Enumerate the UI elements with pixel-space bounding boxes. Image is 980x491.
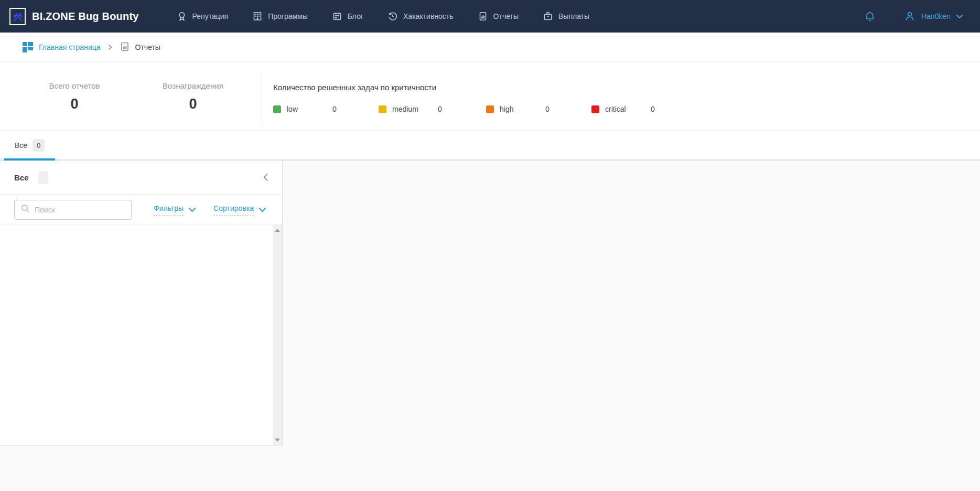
severity-label: medium bbox=[392, 105, 418, 113]
top-navbar: BI.ZONE Bug Bounty Репутация bbox=[0, 0, 980, 33]
severity-value: 0 bbox=[651, 105, 655, 113]
severity-high-swatch bbox=[486, 105, 494, 113]
stat-rewards: Вознаграждения 0 bbox=[138, 81, 248, 112]
username: Han0ken bbox=[921, 12, 951, 20]
user-menu[interactable]: Han0ken bbox=[903, 10, 963, 23]
severity-critical-swatch bbox=[591, 105, 599, 113]
chevron-down-icon bbox=[188, 205, 196, 215]
nav-item-label: Хакактивность bbox=[403, 12, 454, 20]
panel-toolbar: Фильтры Сортировка bbox=[0, 195, 282, 225]
programs-building-icon bbox=[252, 11, 263, 22]
scroll-up-arrow-icon[interactable] bbox=[275, 229, 280, 232]
reports-list-empty bbox=[0, 225, 282, 445]
chevron-down-icon bbox=[956, 14, 963, 19]
stats-summary: Всего отчетов 0 Вознаграждения 0 Количес… bbox=[0, 62, 980, 131]
nav-item-label: Выплаты bbox=[558, 12, 589, 20]
severity-item-low: low 0 bbox=[273, 104, 381, 115]
stat-label: Всего отчетов bbox=[19, 81, 130, 90]
bizone-bug-logo-icon bbox=[9, 8, 26, 25]
dashboard-grid-icon bbox=[23, 42, 33, 52]
tab-all[interactable]: Все 0 bbox=[4, 131, 55, 159]
navbar-right: Han0ken bbox=[864, 10, 963, 23]
breadcrumb-home-link[interactable]: Главная страница bbox=[23, 42, 101, 52]
severity-label: high bbox=[500, 105, 513, 113]
severity-value: 0 bbox=[438, 105, 442, 113]
panel-count-badge bbox=[38, 171, 48, 184]
nav-item-label: Программы bbox=[268, 12, 308, 20]
sort-label: Сортировка bbox=[213, 204, 254, 216]
breadcrumb: Главная страница Отчеты bbox=[0, 33, 980, 62]
collapse-panel-button[interactable] bbox=[261, 171, 271, 184]
filters-label: Фильтры bbox=[154, 204, 184, 216]
stats-divider bbox=[261, 71, 261, 123]
brand-name: BI.ZONE Bug Bounty bbox=[32, 10, 139, 23]
panel-title: Все bbox=[14, 173, 29, 182]
tab-count-badge: 0 bbox=[33, 139, 45, 152]
severity-item-high: high 0 bbox=[486, 104, 594, 115]
brand-logo[interactable]: BI.ZONE Bug Bounty bbox=[9, 8, 139, 25]
reputation-medal-icon bbox=[177, 11, 187, 22]
severity-label: critical bbox=[605, 105, 626, 113]
severity-value: 0 bbox=[545, 105, 550, 113]
nav-item-label: Блог bbox=[348, 12, 363, 20]
nav-item-reputation[interactable]: Репутация bbox=[177, 11, 229, 22]
stat-value: 0 bbox=[138, 96, 248, 112]
breadcrumb-current-label: Отчеты bbox=[135, 43, 160, 51]
nav-item-label: Репутация bbox=[192, 12, 229, 20]
severity-medium-swatch bbox=[379, 105, 386, 113]
nav-item-programs[interactable]: Программы bbox=[252, 11, 308, 22]
payouts-briefcase-icon bbox=[543, 11, 553, 22]
breadcrumb-current: Отчеты bbox=[120, 41, 160, 54]
stat-total-reports: Всего отчетов 0 bbox=[19, 81, 130, 112]
nav-item-hackactivity[interactable]: Хакактивность bbox=[387, 11, 454, 22]
main-navigation: Репутация Программы bbox=[177, 11, 590, 22]
reports-document-icon bbox=[478, 11, 488, 22]
severity-item-medium: medium 0 bbox=[379, 104, 486, 115]
severity-title: Количество решенных задач по критичности bbox=[273, 83, 436, 92]
blog-news-icon bbox=[332, 11, 342, 22]
search-icon bbox=[21, 204, 30, 215]
user-avatar-icon bbox=[903, 10, 916, 23]
stat-label: Вознаграждения bbox=[138, 81, 248, 90]
nav-item-payouts[interactable]: Выплаты bbox=[543, 11, 589, 22]
filters-dropdown[interactable]: Фильтры bbox=[154, 204, 196, 216]
chevron-down-icon bbox=[259, 205, 266, 215]
nav-item-reports[interactable]: Отчеты bbox=[478, 11, 519, 22]
content-area: Все Фильтры bbox=[0, 161, 980, 491]
tab-label: Все bbox=[15, 141, 27, 150]
severity-value: 0 bbox=[332, 105, 337, 113]
notifications-bell-icon[interactable] bbox=[864, 10, 876, 23]
hackactivity-history-icon bbox=[387, 11, 398, 22]
vertical-scrollbar[interactable] bbox=[273, 225, 282, 445]
sort-dropdown[interactable]: Сортировка bbox=[213, 204, 266, 216]
severity-low-swatch bbox=[273, 105, 281, 113]
search-box[interactable] bbox=[14, 200, 132, 220]
report-chart-icon bbox=[120, 41, 130, 54]
reports-list-panel: Все Фильтры bbox=[0, 161, 283, 446]
breadcrumb-chevron-icon bbox=[108, 44, 112, 50]
breadcrumb-home-label: Главная страница bbox=[39, 43, 101, 51]
search-input[interactable] bbox=[35, 206, 126, 214]
reports-tab-bar: Все 0 bbox=[0, 131, 980, 161]
nav-item-label: Отчеты bbox=[493, 12, 519, 20]
scroll-down-arrow-icon[interactable] bbox=[275, 439, 280, 442]
panel-header: Все bbox=[0, 161, 282, 195]
severity-item-critical: critical 0 bbox=[591, 104, 699, 115]
stat-value: 0 bbox=[19, 96, 130, 112]
nav-item-blog[interactable]: Блог bbox=[332, 11, 363, 22]
severity-label: low bbox=[287, 105, 298, 113]
